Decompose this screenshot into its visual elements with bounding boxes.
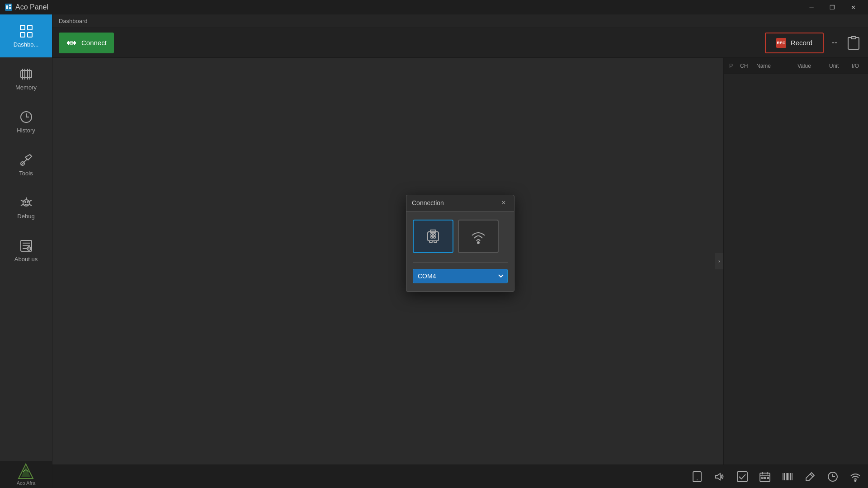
usb-icon [423,226,443,246]
svg-rect-50 [431,236,433,238]
tools-icon [19,153,33,167]
dialog-title: Connection [412,199,444,206]
main-content: Dashboard Connect REC Reco [52,14,868,488]
svg-point-52 [477,242,479,244]
close-button[interactable]: ✕ [843,0,863,14]
connect-button[interactable]: Connect [59,33,114,53]
sidebar-item-tools[interactable]: Tools [0,143,52,186]
svg-rect-43 [851,37,856,39]
logo-text: Aco Afra [17,480,36,486]
statusbar [52,465,868,488]
app-title: Aco Panel [15,3,48,11]
svg-line-71 [810,474,813,477]
minimize-button[interactable]: ─ [801,0,822,14]
svg-rect-1 [6,5,8,9]
svg-rect-7 [28,33,32,37]
svg-rect-63 [767,477,769,479]
dialog-titlebar: Connection × [406,195,514,211]
svg-rect-48 [431,234,433,235]
status-wifi-icon[interactable] [847,469,863,485]
svg-line-25 [21,200,24,202]
main-panel: Connection × [52,58,868,465]
svg-rect-4 [20,25,25,30]
sidebar-logo: Aco Afra [0,461,52,488]
titlebar: Aco Panel ─ ❐ ✕ [0,0,868,14]
restore-button[interactable]: ❐ [822,0,843,14]
debug-icon [19,196,33,210]
status-calendar-icon[interactable] [757,469,773,485]
svg-rect-56 [737,472,747,482]
clipboard-icon [847,36,860,50]
sidebar-label-history: History [17,127,35,134]
dialog-divider [413,262,508,263]
wifi-connection-button[interactable] [458,220,499,253]
app-icon [5,3,13,11]
svg-point-40 [67,42,69,44]
logo-icon [18,463,34,479]
status-check-icon[interactable] [734,469,750,485]
record-indicator: REC [776,38,786,48]
sidebar: Dashbo... Memory [0,14,52,488]
svg-rect-3 [9,7,11,9]
sidebar-item-about[interactable]: About us [0,229,52,272]
connection-types [413,220,508,253]
svg-rect-46 [429,241,432,243]
connect-label: Connect [81,39,107,47]
svg-rect-51 [434,236,435,238]
toolbar-dots[interactable]: -- [828,38,841,47]
sidebar-item-memory[interactable]: Memory [0,57,52,100]
svg-rect-62 [764,477,766,479]
record-button[interactable]: REC Record [765,33,824,53]
wifi-dialog-icon [468,226,488,246]
svg-rect-6 [20,33,25,37]
svg-rect-47 [434,241,437,243]
record-indicator-text: REC [777,41,785,45]
dialog-body: COM4 COM1 COM2 COM3 [406,211,514,291]
svg-rect-49 [434,234,435,235]
serial-connection-button[interactable] [413,220,453,253]
svg-point-73 [855,480,856,481]
app-body: Dashbo... Memory [0,14,868,488]
breadcrumb-text: Dashboard [59,18,88,24]
svg-rect-61 [762,477,763,479]
sidebar-item-debug[interactable]: Debug [0,186,52,229]
svg-point-41 [74,42,75,44]
clipboard-button[interactable] [845,33,862,53]
record-label: Record [791,39,812,47]
sidebar-item-dashboard[interactable]: Dashbo... [0,14,52,57]
logo-container: Aco Afra [17,463,36,486]
history-icon [19,110,33,124]
memory-icon [19,67,33,81]
svg-rect-2 [9,5,11,6]
svg-line-27 [29,200,32,202]
svg-point-31 [27,202,28,202]
status-barcode-icon[interactable] [779,469,796,485]
sidebar-label-debug: Debug [17,213,34,220]
sidebar-item-history[interactable]: History [0,100,52,143]
about-icon [19,239,33,253]
connect-icon [66,38,77,48]
sidebar-label-tools: Tools [19,170,33,177]
svg-point-38 [28,247,29,248]
status-speaker-icon[interactable] [712,469,728,485]
status-clock-icon[interactable] [825,469,841,485]
svg-rect-5 [28,25,32,30]
modal-overlay: Connection × [52,58,868,465]
dashboard-icon [19,24,33,38]
svg-line-26 [21,204,24,206]
svg-line-28 [29,204,32,206]
svg-point-30 [25,202,26,202]
sidebar-label-dashboard: Dashbo... [14,41,39,48]
status-tablet-icon[interactable] [689,469,705,485]
connection-dialog: Connection × [406,195,514,292]
sidebar-label-about: About us [14,256,38,263]
toolbar: Connect REC Record -- [52,28,868,58]
workspace: Connection × [52,58,868,465]
com-port-select[interactable]: COM4 COM1 COM2 COM3 [413,269,508,283]
svg-marker-55 [716,474,720,480]
sidebar-label-memory: Memory [15,84,37,91]
dialog-close-button[interactable]: × [499,198,509,208]
status-edit-icon[interactable] [802,469,818,485]
breadcrumb: Dashboard [52,14,868,28]
